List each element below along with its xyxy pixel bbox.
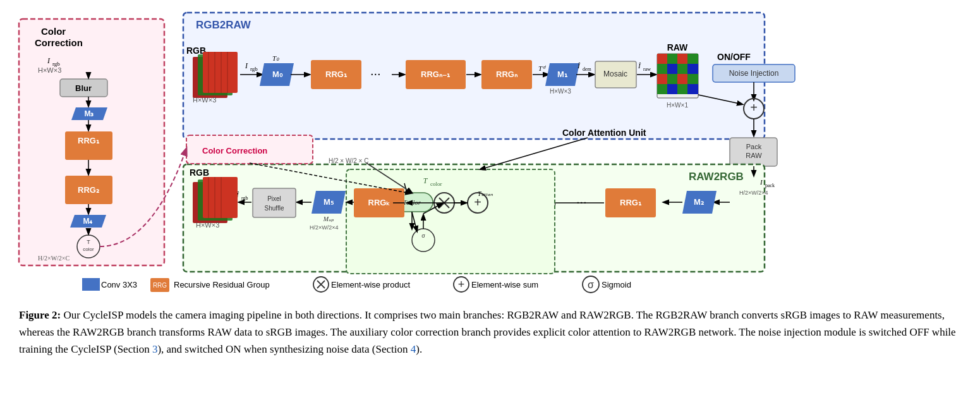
svg-text:RRGₙ: RRGₙ	[496, 70, 518, 79]
svg-text:M₂: M₂	[694, 197, 704, 207]
svg-text:Sigmoid: Sigmoid	[602, 280, 631, 289]
svg-text:+: +	[474, 195, 481, 209]
svg-text:RRG₁: RRG₁	[620, 198, 642, 207]
svg-text:M₃: M₃	[85, 109, 94, 118]
svg-text:RAW2RGB: RAW2RGB	[689, 171, 744, 183]
svg-text:Pixel: Pixel	[267, 195, 281, 202]
svg-text:RGB: RGB	[190, 167, 209, 178]
svg-text:···: ···	[576, 195, 587, 209]
svg-text:raw: raw	[643, 66, 651, 72]
svg-text:rgb: rgb	[250, 66, 258, 72]
svg-text:σ: σ	[421, 233, 425, 239]
svg-text:rgb: rgb	[241, 195, 248, 201]
svg-text:T: T	[87, 239, 90, 245]
svg-text:Mᵤₚ: Mᵤₚ	[323, 216, 334, 222]
svg-text:Correction: Correction	[35, 37, 83, 48]
svg-text:+: +	[750, 100, 758, 114]
svg-text:Tcolor: Tcolor	[403, 198, 421, 206]
svg-rect-32	[203, 52, 238, 93]
svg-rect-79	[687, 74, 698, 84]
svg-text:H×W×3: H×W×3	[196, 221, 219, 229]
svg-rect-75	[687, 64, 698, 74]
svg-text:H/2×W/2×4: H/2×W/2×4	[739, 190, 768, 196]
svg-rect-68	[657, 54, 667, 64]
section-ref-4[interactable]: 4	[411, 343, 416, 355]
svg-text:color: color	[430, 181, 442, 187]
architecture-diagram: Color Correction I rgb H×W×3 Blur M₃ RRG…	[0, 0, 980, 303]
svg-text:Blur: Blur	[75, 83, 92, 93]
svg-text:M₁: M₁	[557, 70, 568, 79]
svg-rect-74	[677, 64, 687, 74]
svg-text:Color Correction: Color Correction	[202, 146, 267, 155]
svg-text:dem: dem	[583, 66, 592, 72]
svg-rect-141	[253, 188, 296, 217]
svg-text:Noise Injection: Noise Injection	[729, 69, 779, 78]
svg-text:T₀: T₀	[272, 54, 279, 62]
svg-text:M₀: M₀	[272, 70, 283, 79]
svg-text:Element-wise product: Element-wise product	[331, 280, 410, 289]
svg-rect-72	[657, 64, 667, 74]
svg-text:H×W×1: H×W×1	[667, 102, 688, 109]
svg-rect-80	[657, 84, 667, 94]
svg-rect-83	[687, 84, 698, 94]
svg-text:H×W×3: H×W×3	[193, 96, 216, 104]
svg-text:···: ···	[370, 66, 381, 80]
svg-text:Pack: Pack	[746, 143, 762, 150]
svg-rect-82	[677, 84, 687, 94]
svg-text:pack: pack	[765, 183, 775, 188]
svg-text:σ: σ	[588, 279, 594, 290]
svg-text:Color Attention Unit: Color Attention Unit	[562, 128, 646, 138]
svg-text:Conv 3X3: Conv 3X3	[101, 280, 137, 289]
svg-rect-69	[667, 54, 677, 64]
svg-rect-71	[687, 54, 698, 64]
svg-text:Recursive Residual Group: Recursive Residual Group	[174, 280, 270, 289]
svg-rect-73	[667, 64, 677, 74]
svg-text:RRGₙ₋₁: RRGₙ₋₁	[421, 70, 451, 79]
svg-rect-81	[667, 84, 677, 94]
caption-text3: ).	[416, 343, 422, 355]
svg-rect-115	[346, 169, 555, 274]
svg-rect-70	[677, 54, 687, 64]
svg-text:Element-wise sum: Element-wise sum	[471, 280, 538, 289]
figure-caption: Figure 2: Our CycleISP models the camera…	[19, 307, 961, 358]
svg-text:Tₐₜₜₑₙ: Tₐₜₜₑₙ	[478, 190, 493, 197]
svg-rect-149	[203, 177, 238, 218]
svg-rect-77	[667, 74, 677, 84]
svg-text:M₄: M₄	[83, 217, 93, 226]
svg-text:RAW: RAW	[746, 152, 762, 159]
svg-rect-78	[677, 74, 687, 84]
svg-text:H/2 × W/2 × C: H/2 × W/2 × C	[329, 157, 368, 164]
figure-label: Figure 2:	[19, 309, 61, 321]
svg-text:+: +	[458, 278, 465, 291]
svg-text:Shuffle: Shuffle	[265, 205, 284, 212]
svg-text:H×W×3: H×W×3	[550, 88, 571, 95]
svg-text:RAW: RAW	[667, 42, 688, 52]
svg-text:RRGₖ: RRGₖ	[368, 198, 390, 207]
svg-text:color: color	[83, 246, 94, 252]
svg-text:Color: Color	[41, 26, 66, 37]
svg-rect-76	[657, 74, 667, 84]
svg-text:ON/OFF: ON/OFF	[717, 52, 751, 62]
svg-text:RRG₂: RRG₂	[78, 185, 99, 195]
svg-text:M₅: M₅	[324, 197, 334, 207]
svg-text:Mosaic: Mosaic	[603, 70, 627, 78]
svg-text:RRG₁: RRG₁	[325, 70, 348, 79]
svg-text:RGB2RAW: RGB2RAW	[196, 19, 251, 31]
caption-text2: ), and switched ON when synthesizing noi…	[157, 343, 410, 355]
svg-text:H×W×3: H×W×3	[38, 66, 61, 74]
svg-text:H/2×W/2×C: H/2×W/2×C	[38, 255, 70, 262]
svg-text:RRG: RRG	[153, 282, 167, 289]
diagram-area: Color Correction I rgb H×W×3 Blur M₃ RRG…	[0, 0, 980, 303]
svg-text:H/2×W/2×4: H/2×W/2×4	[310, 224, 339, 231]
svg-text:RRG₁: RRG₁	[78, 136, 100, 145]
